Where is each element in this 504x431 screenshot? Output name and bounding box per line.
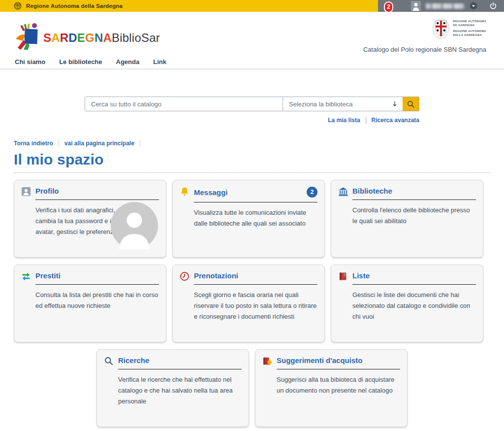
card-description: Controlla l'elenco delle biblioteche pre…	[352, 205, 476, 227]
logo-letter: E	[77, 31, 85, 44]
chevron-down-icon[interactable]	[470, 2, 477, 10]
card-title[interactable]: Prenotazioni	[194, 271, 238, 280]
page-title: Il mio spazio	[14, 151, 490, 173]
card-description: Scegli giorno e fascia oraria nei quali …	[194, 290, 317, 322]
library-select[interactable]: Seleziona la biblioteca	[283, 97, 403, 111]
card-description: Consulta la lista dei prestiti che hai i…	[35, 290, 159, 311]
card-title[interactable]: Profilo	[35, 187, 59, 195]
nav-item-agenda[interactable]: Agenda	[116, 58, 140, 68]
search-button[interactable]	[403, 97, 419, 111]
nav-item-chi-siamo[interactable]: Chi siamo	[15, 58, 45, 68]
sardinia-coat-icon	[433, 18, 449, 39]
messages-count-badge: 2	[307, 187, 317, 198]
card-liste[interactable]: Liste Gestisci le liste dei documenti ch…	[331, 265, 483, 342]
breadcrumb: Torna indietro vai alla pagina principal…	[14, 140, 490, 147]
card-prenotazioni[interactable]: Prenotazioni Scegli giorno e fascia orar…	[172, 265, 325, 342]
card-title[interactable]: Liste	[352, 271, 370, 280]
clock-icon	[180, 271, 189, 281]
region-label: Regione Autonoma della Sardegna	[26, 3, 123, 9]
lists-book-icon	[338, 271, 348, 281]
card-ricerche[interactable]: Ricerche Verifica le ricerche che hai ef…	[96, 349, 249, 427]
loans-exchange-icon	[21, 271, 31, 281]
bell-icon	[180, 187, 189, 197]
notification-badge[interactable]: 2	[384, 1, 393, 13]
logo-letter: N	[94, 31, 103, 44]
saved-searches-icon	[104, 356, 114, 366]
card-messaggi[interactable]: Messaggi 2 Visualizza tutte le comunicaz…	[172, 180, 325, 258]
logout-power-icon[interactable]	[489, 2, 497, 10]
card-title[interactable]: Suggerimenti d'acquisto	[277, 356, 362, 365]
region-emblem-icon	[14, 2, 22, 10]
header: SARDEGNABiblioSar REGIONE AUTÒNOMA DE SA…	[0, 12, 504, 69]
logo-letter: A	[103, 31, 112, 44]
cards-grid: Profilo Verifica i tuoi dati anagrafici,…	[14, 180, 483, 342]
library-select-label: Seleziona la biblioteca	[289, 100, 391, 108]
card-description: Suggerisci alla tua bibioteca di acquist…	[277, 374, 400, 396]
logo-letter: A	[51, 31, 60, 44]
card-prestiti[interactable]: Prestiti Consulta la lista dei prestiti …	[14, 265, 166, 342]
card-description: Gestisci le liste dei documenti che hai …	[352, 290, 476, 322]
nav-item-le-biblioteche[interactable]: Le biblioteche	[59, 58, 102, 68]
user-strip: 2	[378, 0, 504, 12]
card-biblioteche[interactable]: Biblioteche Controlla l'elenco delle bib…	[331, 180, 483, 258]
logo-suffix: BiblioSar	[112, 31, 160, 44]
card-description: Verifica le ricerche che hai effettuato …	[118, 374, 242, 406]
breadcrumb-divider	[59, 140, 59, 147]
card-title[interactable]: Biblioteche	[352, 187, 392, 195]
nav-item-link[interactable]: Link	[153, 58, 166, 68]
card-title[interactable]: Ricerche	[118, 356, 149, 365]
card-title[interactable]: Messaggi	[194, 188, 227, 197]
user-name[interactable]	[426, 3, 465, 9]
arrow-down-icon	[391, 100, 398, 107]
coat-caption-italian: REGIONE AUTONOMA DELLA SARDEGNA	[453, 30, 486, 37]
profile-icon	[21, 187, 31, 197]
card-profilo[interactable]: Profilo Verifica i tuoi dati anagrafici,…	[14, 180, 166, 258]
cards-bottom-row: Ricerche Verifica le ricerche che hai ef…	[14, 349, 490, 427]
back-link[interactable]: Torna indietro	[14, 140, 53, 147]
logo-letter: R	[60, 31, 69, 44]
my-space-page: Torna indietro vai alla pagina principal…	[0, 140, 504, 431]
logo-letter: G	[85, 31, 94, 44]
region-coat-of-arms: REGIONE AUTÒNOMA DE SARDIGNA REGIONE AUT…	[433, 18, 486, 39]
card-title[interactable]: Prestiti	[35, 271, 61, 280]
purchase-suggestion-icon	[262, 356, 272, 366]
user-avatar-icon[interactable]	[411, 1, 421, 11]
card-suggerimenti[interactable]: Suggerimenti d'acquisto Suggerisci alla …	[255, 349, 408, 427]
coat-caption-sardinian: REGIONE AUTÒNOMA DE SARDIGNA	[453, 20, 486, 28]
site-logo[interactable]: SARDEGNABiblioSar	[15, 18, 160, 53]
search-icon	[407, 100, 415, 108]
logo-letter: S	[43, 31, 51, 44]
bibliosar-logo-icon	[15, 22, 40, 50]
main-nav: Chi siamo Le biblioteche Agenda Link	[0, 53, 504, 69]
advanced-search-link[interactable]: Ricerca avanzata	[372, 117, 419, 124]
logo-letter: D	[68, 31, 77, 44]
search-input[interactable]	[85, 97, 283, 111]
top-bar: Regione Autonoma della Sardegna 2	[0, 0, 504, 12]
card-description: Visualizza tutte le comunicazioni inviat…	[194, 207, 317, 229]
site-logo-text: SARDEGNABiblioSar	[43, 31, 160, 45]
library-building-icon	[338, 187, 348, 197]
avatar	[111, 202, 158, 249]
catalog-subtitle: Catalogo del Polo regionale SBN Sardegna	[363, 46, 486, 53]
breadcrumb-divider	[140, 140, 140, 147]
home-link[interactable]: vai alla pagina principale	[64, 140, 134, 147]
links-divider	[366, 117, 366, 124]
my-list-link[interactable]: La mia lista	[328, 117, 360, 124]
catalog-search: Seleziona la biblioteca La mia lista Ric…	[85, 97, 419, 124]
